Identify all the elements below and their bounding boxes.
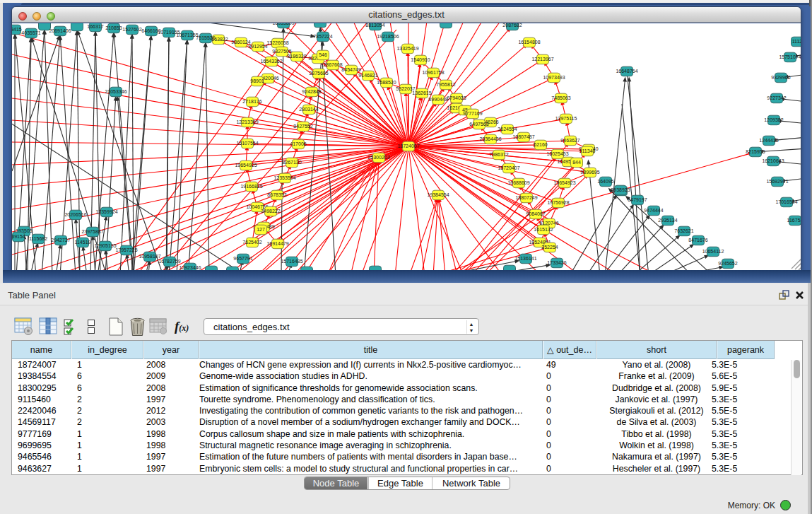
svg-text:15692971: 15692971 xyxy=(766,179,788,184)
svg-text:98901: 98901 xyxy=(250,78,264,83)
svg-text:21053346: 21053346 xyxy=(105,89,126,94)
svg-text:13226058: 13226058 xyxy=(266,40,288,45)
svg-text:9777169: 9777169 xyxy=(463,111,482,116)
svg-text:114519: 114519 xyxy=(75,240,91,245)
svg-text:8427552: 8427552 xyxy=(293,124,312,129)
svg-text:17957225: 17957225 xyxy=(115,247,137,252)
svg-text:15136141: 15136141 xyxy=(514,256,536,261)
svg-text:8471676: 8471676 xyxy=(688,238,707,243)
svg-text:127: 127 xyxy=(257,227,265,232)
svg-text:7625402: 7625402 xyxy=(242,240,261,245)
svg-text:16648764: 16648764 xyxy=(616,69,637,74)
svg-text:166317: 166317 xyxy=(87,24,103,29)
svg-text:10671355: 10671355 xyxy=(176,33,198,37)
svg-text:1615132: 1615132 xyxy=(534,227,553,232)
svg-text:16107554: 16107554 xyxy=(236,141,258,146)
svg-text:23975887: 23975887 xyxy=(81,229,103,234)
svg-text:19654923: 19654923 xyxy=(553,180,575,185)
svg-text:6794028: 6794028 xyxy=(447,95,466,100)
svg-text:16543362: 16543362 xyxy=(260,59,282,64)
svg-text:911340: 911340 xyxy=(579,148,596,153)
svg-text:546: 546 xyxy=(319,52,327,57)
svg-text:19384554: 19384554 xyxy=(427,192,449,197)
svg-text:9657791: 9657791 xyxy=(233,256,252,261)
svg-text:1527602: 1527602 xyxy=(122,27,141,32)
svg-text:9227342: 9227342 xyxy=(767,95,786,100)
svg-text:18724007: 18724007 xyxy=(397,144,419,148)
svg-text:9146821: 9146821 xyxy=(358,73,377,78)
svg-text:17016504: 17016504 xyxy=(775,199,797,204)
svg-text:8454749: 8454749 xyxy=(341,67,360,72)
svg-text:19654925: 19654925 xyxy=(235,163,257,168)
svg-text:15720407: 15720407 xyxy=(498,165,519,170)
svg-text:9474444: 9474444 xyxy=(644,208,663,213)
svg-text:19218506: 19218506 xyxy=(377,34,399,39)
svg-text:8267130: 8267130 xyxy=(282,160,301,165)
svg-text:1362615: 1362615 xyxy=(412,90,431,95)
svg-text:7857224: 7857224 xyxy=(313,34,332,39)
svg-text:2867608: 2867608 xyxy=(323,62,342,67)
svg-text:1244415: 1244415 xyxy=(759,138,778,143)
svg-text:16154808: 16154808 xyxy=(518,40,540,45)
svg-text:8912954: 8912954 xyxy=(248,44,267,49)
svg-text:9242848: 9242848 xyxy=(302,89,321,94)
svg-text:1588520: 1588520 xyxy=(377,80,396,85)
svg-text:15716485: 15716485 xyxy=(281,259,302,264)
svg-text:8990448: 8990448 xyxy=(428,97,447,102)
svg-text:1540910: 1540910 xyxy=(411,57,430,62)
svg-text:3875685: 3875685 xyxy=(309,71,328,76)
svg-text:9329966: 9329966 xyxy=(771,75,790,80)
svg-text:12213967: 12213967 xyxy=(531,57,553,62)
svg-text:2087682: 2087682 xyxy=(502,23,522,28)
svg-text:19166825: 19166825 xyxy=(240,184,262,189)
svg-text:18807249: 18807249 xyxy=(515,195,537,200)
svg-text:12905135: 12905135 xyxy=(94,243,116,248)
svg-text:3498222: 3498222 xyxy=(261,209,280,214)
svg-text:2935134: 2935134 xyxy=(658,218,677,223)
svg-text:10025453: 10025453 xyxy=(546,151,568,156)
svg-text:20364436: 20364436 xyxy=(479,136,501,141)
svg-text:12975115: 12975115 xyxy=(555,116,577,121)
svg-text:8678352: 8678352 xyxy=(267,192,286,197)
svg-text:10961758: 10961758 xyxy=(422,70,444,75)
svg-text:9327505: 9327505 xyxy=(272,49,291,54)
svg-text:10807487: 10807487 xyxy=(512,134,534,139)
svg-text:10958107: 10958107 xyxy=(139,254,160,259)
svg-text:417006: 417006 xyxy=(290,141,306,146)
svg-text:1115682: 1115682 xyxy=(29,236,47,241)
svg-text:8186328: 8186328 xyxy=(287,54,306,59)
svg-text:9245652: 9245652 xyxy=(718,261,737,266)
svg-text:7515526: 7515526 xyxy=(196,35,215,40)
svg-text:2803144: 2803144 xyxy=(299,107,318,112)
svg-text:844: 844 xyxy=(572,160,581,165)
svg-text:9899695: 9899695 xyxy=(580,170,599,175)
svg-text:2942737: 2942737 xyxy=(51,238,70,243)
svg-text:3624554: 3624554 xyxy=(498,127,517,132)
svg-text:10973493: 10973493 xyxy=(543,75,565,80)
svg-text:7986372: 7986372 xyxy=(489,152,508,157)
svg-text:12213369: 12213369 xyxy=(236,119,258,124)
svg-text:12353594: 12353594 xyxy=(273,175,295,180)
svg-text:16033809: 16033809 xyxy=(272,23,294,25)
svg-text:7632621: 7632621 xyxy=(674,228,693,233)
svg-text:252254: 252254 xyxy=(541,245,558,250)
svg-text:8813054: 8813054 xyxy=(365,23,384,28)
svg-text:2718176: 2718176 xyxy=(242,99,261,104)
svg-text:1733426: 1733426 xyxy=(547,260,566,265)
svg-text:210853: 210853 xyxy=(105,25,122,30)
svg-text:6497568: 6497568 xyxy=(469,122,488,127)
svg-text:62160: 62160 xyxy=(534,142,548,147)
svg-text:164095: 164095 xyxy=(597,179,613,184)
svg-text:20206516: 20206516 xyxy=(64,212,86,217)
svg-text:16914479: 16914479 xyxy=(266,241,288,246)
svg-text:10654112: 10654112 xyxy=(702,249,724,254)
svg-text:1112: 1112 xyxy=(792,39,801,44)
svg-text:39154: 39154 xyxy=(12,234,25,239)
svg-text:13325419: 13325419 xyxy=(396,46,418,51)
svg-text:18415: 18415 xyxy=(12,27,22,32)
svg-text:9084067: 9084067 xyxy=(526,211,545,216)
svg-text:116753: 116753 xyxy=(787,218,801,223)
svg-text:7955812: 7955812 xyxy=(436,82,455,87)
svg-text:16782759: 16782759 xyxy=(158,259,180,264)
svg-text:19756928: 19756928 xyxy=(547,200,569,205)
